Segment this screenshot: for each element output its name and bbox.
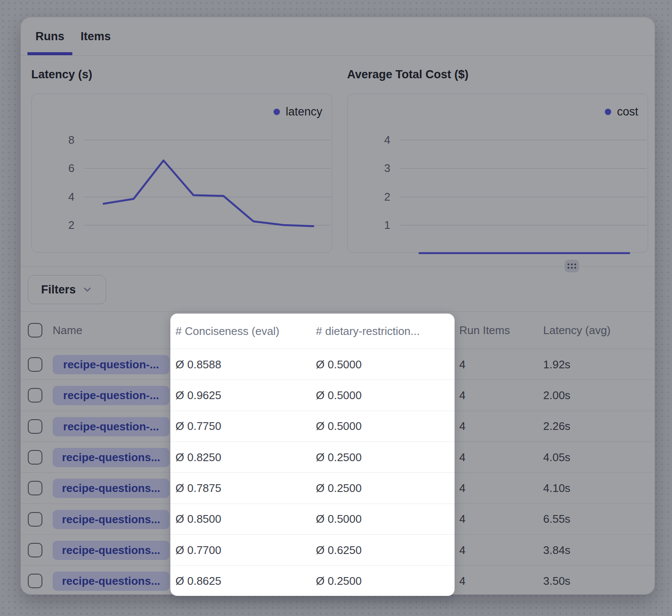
- conciseness-value: Ø 0.7750: [175, 411, 221, 442]
- dietary-value: Ø 0.2500: [316, 566, 362, 596]
- conciseness-value: Ø 0.8250: [175, 442, 221, 473]
- highlight-row: Ø 0.8625 Ø 0.2500: [170, 565, 455, 596]
- highlight-row: Ø 0.7875 Ø 0.2500: [170, 472, 455, 503]
- highlight-header-row: # Conciseness (eval) # dietary-restricti…: [170, 314, 455, 349]
- highlighted-columns-panel: # Conciseness (eval) # dietary-restricti…: [170, 314, 455, 596]
- column-header-conciseness[interactable]: # Conciseness (eval): [175, 314, 280, 349]
- conciseness-value: Ø 0.8625: [175, 566, 221, 596]
- conciseness-value: Ø 0.8500: [175, 504, 221, 535]
- highlight-row: Ø 0.8500 Ø 0.5000: [170, 503, 455, 534]
- dietary-value: Ø 0.5000: [316, 411, 362, 442]
- conciseness-value: Ø 0.7875: [175, 473, 221, 503]
- page-background: { "colors": { "accent": "#4745d6", "char…: [0, 0, 672, 616]
- highlight-row: Ø 0.8250 Ø 0.2500: [170, 441, 455, 472]
- highlight-row: Ø 0.9625 Ø 0.5000: [170, 379, 455, 410]
- dietary-value: Ø 0.5000: [316, 504, 362, 535]
- highlight-row: Ø 0.7750 Ø 0.5000: [170, 411, 455, 441]
- dietary-value: Ø 0.2500: [316, 442, 362, 473]
- dietary-value: Ø 0.6250: [316, 535, 362, 566]
- dietary-value: Ø 0.2500: [316, 473, 362, 503]
- dietary-value: Ø 0.5000: [316, 349, 362, 380]
- dietary-value: Ø 0.5000: [316, 380, 362, 411]
- highlight-row: Ø 0.8588 Ø 0.5000: [170, 349, 455, 379]
- conciseness-value: Ø 0.8588: [175, 349, 221, 380]
- conciseness-value: Ø 0.9625: [175, 380, 221, 411]
- column-header-dietary[interactable]: # dietary-restriction...: [316, 314, 420, 349]
- highlight-row: Ø 0.7700 Ø 0.6250: [170, 534, 455, 565]
- conciseness-value: Ø 0.7700: [175, 535, 221, 566]
